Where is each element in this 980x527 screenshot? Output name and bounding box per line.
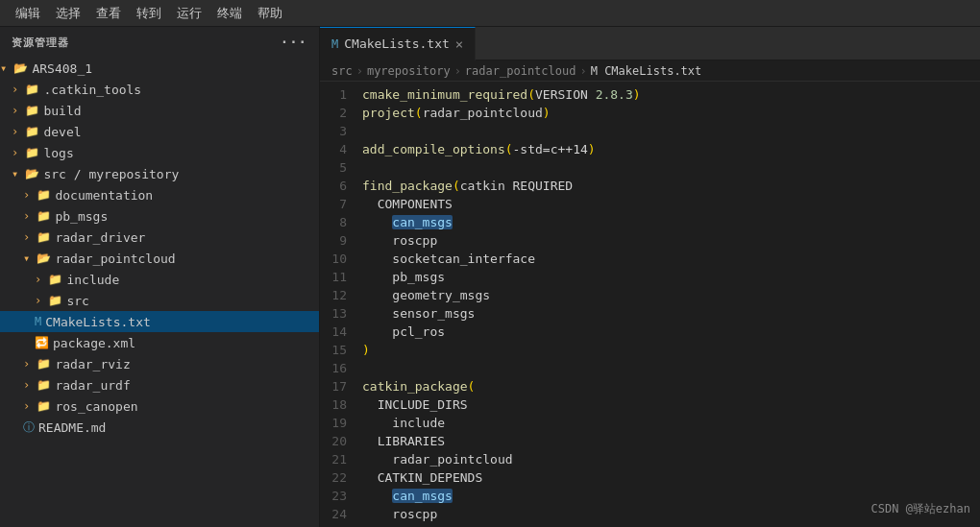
code-line-6: 6find_package(catkin REQUIRED: [320, 177, 980, 195]
menubar: 编辑 选择 查看 转到 运行 终端 帮助: [0, 0, 980, 27]
sidebar-item-radar_pointcloud[interactable]: ▾ 📂radar_pointcloud: [0, 248, 319, 269]
tab-label: CMakeLists.txt: [344, 36, 450, 51]
line-content[interactable]: geometry_msgs: [362, 286, 980, 304]
menu-help[interactable]: 帮助: [250, 3, 290, 24]
token-plain: [362, 215, 392, 229]
line-content[interactable]: LIBRARIES: [362, 432, 980, 450]
tree-label: .catkin_tools: [43, 83, 141, 97]
line-content[interactable]: project(radar_pointcloud): [362, 104, 980, 122]
line-content[interactable]: socketcan_interface: [362, 523, 980, 527]
token-paren: ): [543, 106, 551, 120]
sidebar-item-radar_driver[interactable]: › 📁radar_driver: [0, 227, 319, 248]
code-line-7: 7 COMPONENTS: [320, 195, 980, 213]
sidebar-item-cmakelists[interactable]: MCMakeLists.txt: [0, 311, 319, 332]
tree-label: README.md: [38, 420, 106, 435]
sidebar-item-include[interactable]: › 📁include: [0, 269, 319, 290]
line-content[interactable]: INCLUDE_DIRS: [362, 395, 980, 414]
token-fn: project: [362, 106, 415, 120]
sidebar-tree[interactable]: ▾ 📂ARS408_1› 📁.catkin_tools› 📁build› 📁de…: [0, 58, 319, 527]
token-plain: roscpp: [362, 507, 437, 521]
token-num: 2.8.3: [596, 87, 633, 102]
editor-area: M CMakeLists.txt × src › myrepository › …: [320, 27, 980, 527]
line-number: 18: [320, 395, 362, 414]
tree-label: include: [66, 273, 119, 287]
sidebar-item-devel[interactable]: › 📁devel: [0, 121, 319, 142]
menu-goto[interactable]: 转到: [129, 3, 169, 24]
sidebar-item-build[interactable]: › 📁build: [0, 100, 319, 121]
menu-view[interactable]: 查看: [88, 3, 129, 24]
sidebar-item-package[interactable]: 🔁package.xml: [0, 332, 319, 353]
line-content[interactable]: COMPONENTS: [362, 195, 980, 213]
code-editor[interactable]: 1cmake_minimum_required(VERSION 2.8.3)2p…: [320, 82, 980, 527]
line-number: 6: [320, 177, 362, 195]
token-highlight: can_msgs: [392, 489, 453, 503]
code-line-22: 22 CATKIN_DEPENDS: [320, 468, 980, 487]
token-plain: radar_pointcloud: [362, 452, 513, 467]
breadcrumb-sep3: ›: [579, 64, 586, 78]
line-number: 2: [320, 104, 362, 122]
token-paren: (: [453, 179, 460, 193]
breadcrumb-sep1: ›: [356, 64, 363, 78]
token-plain: socketcan_interface: [362, 252, 535, 266]
sidebar-item-root[interactable]: ▾ 📂ARS408_1: [0, 58, 319, 79]
folder-closed-icon: › 📁: [23, 399, 51, 413]
line-content[interactable]: catkin_package(: [362, 377, 980, 395]
token-paren: ): [588, 142, 596, 156]
sidebar-item-logs[interactable]: › 📁logs: [0, 142, 319, 163]
line-content[interactable]: sensor_msgs: [362, 304, 980, 323]
line-number: 11: [320, 268, 362, 286]
line-content[interactable]: roscpp: [362, 505, 980, 523]
tab-bar: M CMakeLists.txt ×: [320, 27, 980, 60]
main-area: 资源管理器 ··· ▾ 📂ARS408_1› 📁.catkin_tools› 📁…: [0, 27, 980, 527]
code-line-21: 21 radar_pointcloud: [320, 450, 980, 468]
sidebar-item-radar_rviz[interactable]: › 📁radar_rviz: [0, 353, 319, 374]
line-content[interactable]: include: [362, 414, 980, 432]
line-content[interactable]: add_compile_options(-std=c++14): [362, 140, 980, 158]
line-number: 16: [320, 359, 362, 377]
token-plain: -std=c++14: [513, 142, 588, 156]
sidebar: 资源管理器 ··· ▾ 📂ARS408_1› 📁.catkin_tools› 📁…: [0, 27, 320, 527]
line-number: 25: [320, 523, 362, 527]
menu-terminal[interactable]: 终端: [209, 3, 250, 24]
tree-label: documentation: [55, 188, 153, 203]
menu-select[interactable]: 选择: [48, 3, 88, 24]
menu-edit[interactable]: 编辑: [8, 3, 48, 24]
line-content[interactable]: can_msgs: [362, 213, 980, 231]
folder-closed-icon: › 📁: [23, 357, 51, 371]
sidebar-item-radar_urdf[interactable]: › 📁radar_urdf: [0, 374, 319, 395]
menu-run[interactable]: 运行: [169, 3, 209, 24]
tab-cmakelists[interactable]: M CMakeLists.txt ×: [320, 27, 476, 60]
sidebar-item-documentation[interactable]: › 📁documentation: [0, 184, 319, 205]
token-plain: INCLUDE_DIRS: [362, 397, 468, 412]
sidebar-item-ros_canopen[interactable]: › 📁ros_canopen: [0, 395, 319, 417]
line-content[interactable]: radar_pointcloud: [362, 450, 980, 468]
breadcrumb-myrepo: myrepository: [367, 64, 451, 78]
token-plain: COMPONENTS: [362, 197, 453, 211]
sidebar-item-src_myrepo[interactable]: ▾ 📂src / myrepository: [0, 163, 319, 184]
tab-close-button[interactable]: ×: [455, 36, 463, 52]
sidebar-item-catkin_tools[interactable]: › 📁.catkin_tools: [0, 79, 319, 100]
line-number: 12: [320, 286, 362, 304]
sidebar-item-src[interactable]: › 📁src: [0, 290, 319, 311]
line-content[interactable]: cmake_minimum_required(VERSION 2.8.3): [362, 85, 980, 104]
line-content[interactable]: pcl_ros: [362, 323, 980, 341]
sidebar-item-pb_msgs[interactable]: › 📁pb_msgs: [0, 205, 319, 227]
tree-label: build: [43, 104, 81, 118]
line-content[interactable]: can_msgs: [362, 487, 980, 505]
line-content[interactable]: CATKIN_DEPENDS: [362, 468, 980, 487]
sidebar-item-readme[interactable]: ⓘREADME.md: [0, 417, 319, 438]
code-line-10: 10 socketcan_interface: [320, 250, 980, 268]
line-number: 17: [320, 377, 362, 395]
tree-label: CMakeLists.txt: [45, 315, 151, 329]
code-line-20: 20 LIBRARIES: [320, 432, 980, 450]
line-content[interactable]: ): [362, 341, 980, 359]
line-number: 24: [320, 505, 362, 523]
token-paren: (: [527, 87, 535, 102]
line-content[interactable]: socketcan_interface: [362, 250, 980, 268]
line-content[interactable]: find_package(catkin REQUIRED: [362, 177, 980, 195]
line-content[interactable]: roscpp: [362, 231, 980, 250]
line-content[interactable]: pb_msgs: [362, 268, 980, 286]
sidebar-actions[interactable]: ···: [281, 35, 307, 50]
code-line-24: 24 roscpp: [320, 505, 980, 523]
line-number: 23: [320, 487, 362, 505]
